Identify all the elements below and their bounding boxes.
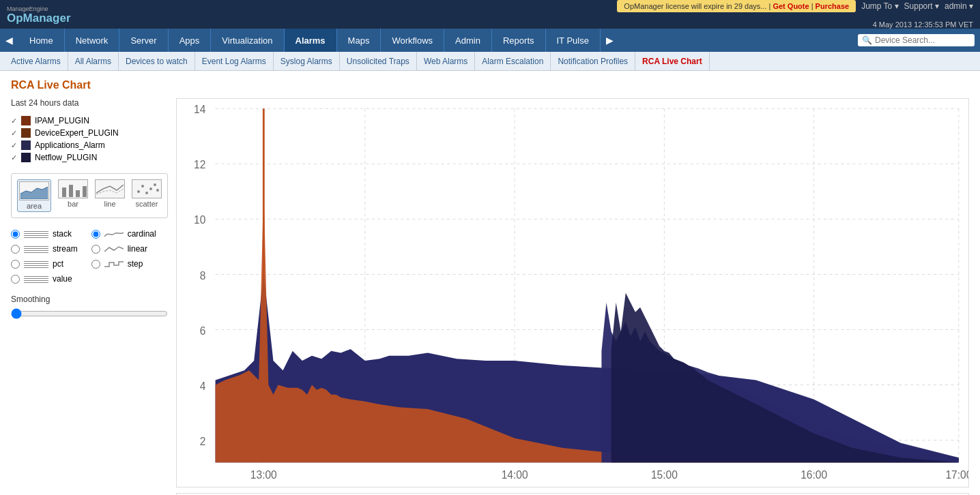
license-text: OpManager license will expire in 29 days… xyxy=(624,2,770,10)
chart-type-scatter[interactable]: scatter xyxy=(132,179,162,212)
topbar: ManageEngine OpManager OpManager license… xyxy=(0,0,980,29)
nav-item-admin[interactable]: Admin xyxy=(444,29,492,52)
svg-text:10: 10 xyxy=(194,214,206,226)
step-curve-icon xyxy=(104,260,124,268)
scatter-label: scatter xyxy=(135,200,158,208)
linear-radio[interactable] xyxy=(91,245,100,254)
svg-text:16:00: 16:00 xyxy=(801,469,827,481)
stack-icon xyxy=(24,230,48,238)
line-label: line xyxy=(104,200,115,208)
subnav-all-alarms[interactable]: All Alarms xyxy=(68,52,119,70)
legend-check-4[interactable]: ✓ xyxy=(11,153,17,162)
step-radio[interactable] xyxy=(91,260,100,269)
legend-item-1: ✓ IPAM_PLUGIN xyxy=(11,116,168,125)
legend-label-1: IPAM_PLUGIN xyxy=(35,116,89,125)
pct-radio[interactable] xyxy=(11,260,20,269)
nav-item-server[interactable]: Server xyxy=(119,29,168,52)
svg-text:17:00: 17:00 xyxy=(945,469,968,481)
svg-point-6 xyxy=(141,185,144,188)
stream-label: stream xyxy=(53,244,78,254)
sub-nav: Active Alarms All Alarms Devices to watc… xyxy=(0,52,980,71)
pct-icon xyxy=(24,260,48,268)
subnav-active-alarms[interactable]: Active Alarms xyxy=(4,52,68,70)
support[interactable]: Support ▾ xyxy=(904,1,939,11)
main-nav: ◀ Home Network Server Apps Virtualizatio… xyxy=(0,29,980,52)
legend-color-4 xyxy=(21,153,31,162)
legend-color-2 xyxy=(21,128,31,138)
legend-label-4: Netflow_PLUGIN xyxy=(35,153,97,162)
subnav-event-log-alarms[interactable]: Event Log Alarms xyxy=(195,52,274,70)
nav-item-virtualization[interactable]: Virtualization xyxy=(211,29,284,52)
value-icon xyxy=(24,275,48,283)
svg-point-5 xyxy=(137,190,140,193)
get-quote-link[interactable]: Get Quote xyxy=(773,2,809,10)
nav-item-itpulse[interactable]: IT Pulse xyxy=(546,29,601,52)
subnav-rca-live-chart[interactable]: RCA Live Chart xyxy=(635,52,710,70)
admin[interactable]: admin ▾ xyxy=(945,1,973,11)
purchase-link[interactable]: Purchase xyxy=(816,2,850,10)
bar-label: bar xyxy=(68,200,78,208)
nav-prev-arrow[interactable]: ◀ xyxy=(0,29,18,52)
subnav-devices-to-watch[interactable]: Devices to watch xyxy=(119,52,195,70)
stream-radio[interactable] xyxy=(11,245,20,254)
svg-text:8: 8 xyxy=(200,269,206,281)
svg-text:13:00: 13:00 xyxy=(250,469,277,481)
subnav-syslog-alarms[interactable]: Syslog Alarms xyxy=(274,52,340,70)
chart-panel: 14 12 10 8 6 4 2 xyxy=(176,98,969,495)
search-area: 🔍 xyxy=(858,34,975,46)
chart-type-bar[interactable]: bar xyxy=(58,179,88,212)
svg-rect-3 xyxy=(76,190,80,197)
line-icon xyxy=(95,179,125,198)
legend-item-4: ✓ Netflow_PLUGIN xyxy=(11,153,168,162)
main-layout: Last 24 hours data ✓ IPAM_PLUGIN ✓ Devic… xyxy=(11,98,969,495)
nav-item-apps[interactable]: Apps xyxy=(169,29,212,52)
datetime: 4 May 2013 12:35:53 PM VET xyxy=(873,20,973,29)
legend-check-1[interactable]: ✓ xyxy=(11,117,17,125)
jump-to[interactable]: Jump To ▾ xyxy=(861,1,898,11)
svg-text:15:00: 15:00 xyxy=(651,469,678,481)
cardinal-label: cardinal xyxy=(128,229,156,239)
legend: ✓ IPAM_PLUGIN ✓ DeviceExpert_PLUGIN ✓ Ap… xyxy=(11,116,168,162)
chart-type-area[interactable]: area xyxy=(17,179,51,212)
smoothing-slider[interactable] xyxy=(11,308,168,319)
svg-text:14: 14 xyxy=(194,104,206,115)
brand-text: ManageEngine xyxy=(7,5,71,12)
subnav-unsolicited-traps[interactable]: Unsolicited Traps xyxy=(340,52,417,70)
nav-item-maps[interactable]: Maps xyxy=(337,29,381,52)
nav-item-alarms[interactable]: Alarms xyxy=(285,29,337,52)
pct-radio-row: pct xyxy=(11,259,78,269)
legend-check-2[interactable]: ✓ xyxy=(11,129,17,138)
nav-item-home[interactable]: Home xyxy=(18,29,65,52)
nav-next-arrow[interactable]: ▶ xyxy=(601,29,619,52)
legend-color-1 xyxy=(21,116,31,125)
smoothing-section: Smoothing xyxy=(11,295,168,321)
cardinal-radio[interactable] xyxy=(91,230,100,239)
chart-type-selector: area bar xyxy=(11,173,168,218)
nav-item-network[interactable]: Network xyxy=(65,29,120,52)
svg-point-10 xyxy=(156,189,159,192)
linear-curve-icon xyxy=(104,245,124,253)
step-label: step xyxy=(128,259,143,269)
logo-text: OpManager xyxy=(7,12,71,24)
value-label: value xyxy=(53,274,72,284)
search-input[interactable] xyxy=(875,35,970,45)
search-icon: 🔍 xyxy=(862,35,872,45)
subnav-notification-profiles[interactable]: Notification Profiles xyxy=(551,52,635,70)
legend-color-3 xyxy=(21,140,31,150)
linear-label: linear xyxy=(128,244,147,254)
nav-item-workflows[interactable]: Workflows xyxy=(381,29,444,52)
svg-text:4: 4 xyxy=(200,380,206,392)
stack-radio-row: stack xyxy=(11,229,78,239)
area-label: area xyxy=(27,202,42,210)
nav-item-reports[interactable]: Reports xyxy=(492,29,546,52)
subnav-web-alarms[interactable]: Web Alarms xyxy=(417,52,475,70)
value-radio[interactable] xyxy=(11,275,20,284)
legend-check-3[interactable]: ✓ xyxy=(11,141,17,150)
svg-marker-36 xyxy=(611,292,959,462)
subnav-alarm-escalation[interactable]: Alarm Escalation xyxy=(475,52,551,70)
stack-radio[interactable] xyxy=(11,230,20,239)
bar-icon xyxy=(58,179,88,198)
left-panel: Last 24 hours data ✓ IPAM_PLUGIN ✓ Devic… xyxy=(11,98,168,495)
chart-type-line[interactable]: line xyxy=(95,179,125,212)
svg-text:14:00: 14:00 xyxy=(502,469,528,481)
